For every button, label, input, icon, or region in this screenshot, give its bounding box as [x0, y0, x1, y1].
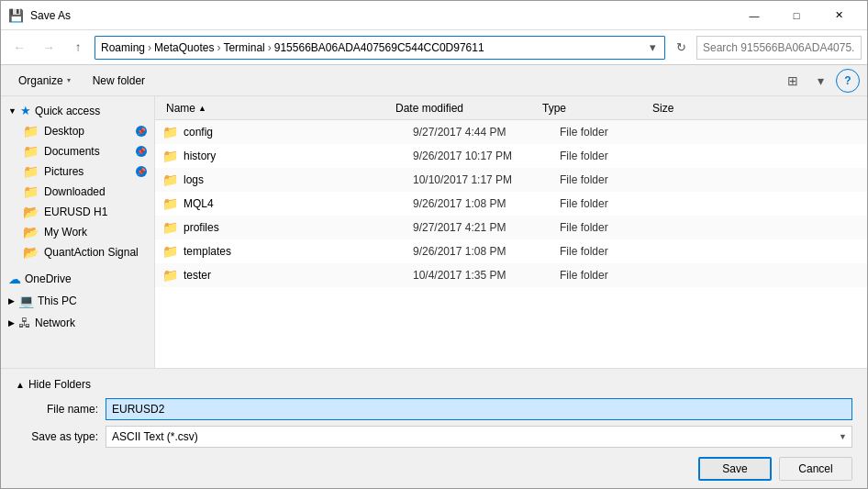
sidebar-section-quick-access[interactable]: ▼ ★ Quick access — [1, 100, 154, 121]
sidebar-item-eurusd-h1[interactable]: 📂 EURUSD H1 — [1, 202, 154, 222]
hide-folders-label: Hide Folders — [28, 378, 91, 391]
savetype-row: Save as type: ASCII Text (*.csv) — [16, 426, 852, 448]
window-title: Save As — [30, 9, 733, 22]
organize-label: Organize — [18, 74, 63, 87]
file-type: File folder — [560, 269, 670, 282]
column-header-type[interactable]: Type — [539, 96, 649, 119]
sidebar-network-label: Network — [35, 317, 75, 329]
file-name: history — [184, 150, 413, 162]
window-controls: — □ ✕ — [733, 1, 860, 30]
file-type: File folder — [560, 126, 670, 139]
sidebar-item-label: Pictures — [44, 165, 83, 178]
sidebar-thispc-label: This PC — [38, 295, 77, 307]
pin-badge: 📌 — [136, 166, 147, 177]
table-row[interactable]: 📁 MQL4 9/26/2017 1:08 PM File folder — [155, 192, 867, 216]
organize-button[interactable]: Organize ▾ — [8, 69, 81, 93]
table-row[interactable]: 📁 logs 10/10/2017 1:17 PM File folder — [155, 168, 867, 192]
file-type: File folder — [560, 197, 670, 210]
file-name: config — [184, 126, 413, 139]
bottom-panel: ▲ Hide Folders File name: Save as type: … — [1, 368, 867, 488]
breadcrumb-item-metaquotes: MetaQuotes — [154, 41, 214, 54]
table-row[interactable]: 📁 profiles 9/27/2017 4:21 PM File folder — [155, 216, 867, 239]
refresh-button[interactable]: ↻ — [669, 36, 693, 60]
view-toggle-button[interactable]: ⊞ — [781, 69, 805, 93]
savetype-label: Save as type: — [16, 430, 98, 443]
back-button[interactable]: ← — [6, 36, 32, 60]
onedrive-icon: ☁ — [8, 272, 21, 286]
sidebar-item-documents[interactable]: 📁 Documents 📌 — [1, 141, 154, 161]
file-date: 10/4/2017 1:35 PM — [413, 269, 560, 282]
hide-folders-button[interactable]: ▲ Hide Folders — [16, 376, 852, 393]
up-button[interactable]: ↑ — [65, 36, 91, 60]
sort-arrow-icon: ▲ — [198, 104, 206, 113]
maximize-button[interactable]: □ — [775, 1, 818, 30]
sidebar-item-downloaded[interactable]: 📁 Downloaded — [1, 182, 154, 202]
new-folder-button[interactable]: New folder — [83, 69, 155, 93]
view-dropdown-button[interactable]: ▾ — [808, 69, 832, 93]
file-name: logs — [184, 173, 413, 186]
file-list-header: Name ▲ Date modified Type Size — [155, 96, 867, 120]
file-date: 9/26/2017 10:17 PM — [413, 150, 560, 162]
folder-icon: 📂 — [23, 245, 39, 260]
title-bar: 💾 Save As — □ ✕ — [1, 1, 867, 30]
bottom-buttons: Save Cancel — [16, 453, 852, 481]
folder-icon: 📁 — [23, 144, 39, 159]
table-row[interactable]: 📁 templates 9/26/2017 1:08 PM File folde… — [155, 239, 867, 263]
breadcrumb-dropdown-button[interactable]: ▾ — [647, 40, 659, 54]
sidebar-item-desktop[interactable]: 📁 Desktop 📌 — [1, 121, 154, 141]
column-type-label: Type — [542, 102, 566, 115]
file-list: Name ▲ Date modified Type Size 📁 config … — [155, 96, 867, 368]
sidebar-item-my-work[interactable]: 📂 My Work — [1, 222, 154, 242]
star-icon: ★ — [20, 104, 31, 117]
save-button[interactable]: Save — [698, 457, 772, 481]
sidebar-item-this-pc[interactable]: ▶ 💻 This PC — [1, 290, 154, 312]
folder-icon: 📁 — [162, 149, 178, 163]
file-date: 9/26/2017 1:08 PM — [413, 197, 560, 210]
forward-button[interactable]: → — [36, 36, 61, 60]
folder-icon: 📂 — [23, 205, 39, 219]
breadcrumb[interactable]: Roaming › MetaQuotes › Terminal › 915566… — [95, 36, 665, 60]
pin-badge: 📌 — [136, 126, 147, 137]
table-row[interactable]: 📁 history 9/26/2017 10:17 PM File folder — [155, 144, 867, 168]
up-arrow-icon: ▲ — [16, 380, 25, 390]
file-type: File folder — [560, 245, 670, 258]
close-button[interactable]: ✕ — [818, 1, 860, 30]
file-name: tester — [184, 269, 413, 282]
column-header-size[interactable]: Size — [649, 96, 722, 119]
filename-label: File name: — [16, 403, 98, 416]
column-date-label: Date modified — [395, 102, 463, 115]
file-date: 9/27/2017 4:44 PM — [413, 126, 560, 139]
minimize-button[interactable]: — — [733, 1, 775, 30]
search-input[interactable] — [696, 36, 862, 60]
folder-icon: 📁 — [162, 172, 178, 187]
sidebar-item-onedrive[interactable]: ☁ OneDrive — [1, 268, 154, 290]
help-button[interactable]: ? — [836, 69, 860, 93]
sidebar-item-label: Downloaded — [44, 185, 106, 198]
pin-badge: 📌 — [136, 146, 147, 157]
savetype-select-wrapper: ASCII Text (*.csv) — [106, 426, 852, 448]
folder-icon: 📁 — [162, 244, 178, 259]
sidebar-item-network[interactable]: ▶ 🖧 Network — [1, 312, 154, 334]
sidebar-item-label: QuantAction Signal — [44, 246, 139, 259]
file-type: File folder — [560, 173, 670, 186]
table-row[interactable]: 📁 config 9/27/2017 4:44 PM File folder — [155, 120, 867, 144]
filename-input[interactable] — [106, 398, 852, 420]
savetype-select[interactable]: ASCII Text (*.csv) — [106, 426, 852, 448]
main-content: ▼ ★ Quick access 📁 Desktop 📌 📁 Documents… — [1, 96, 867, 368]
column-header-date[interactable]: Date modified — [392, 96, 539, 119]
column-header-name[interactable]: Name ▲ — [162, 96, 392, 119]
folder-icon: 📁 — [162, 125, 178, 139]
toolbar: Organize ▾ New folder ⊞ ▾ ? — [1, 65, 867, 96]
folder-icon: 📁 — [162, 196, 178, 211]
cancel-button[interactable]: Cancel — [779, 457, 852, 481]
sidebar-item-pictures[interactable]: 📁 Pictures 📌 — [1, 161, 154, 182]
folder-icon: 📁 — [162, 220, 178, 235]
quick-access-label: Quick access — [35, 105, 100, 117]
window-icon: 💾 — [8, 8, 23, 23]
file-date: 9/26/2017 1:08 PM — [413, 245, 560, 258]
table-row[interactable]: 📁 tester 10/4/2017 1:35 PM File folder — [155, 263, 867, 287]
sidebar-item-quantaction[interactable]: 📂 QuantAction Signal — [1, 242, 154, 262]
chevron-network-icon: ▶ — [8, 318, 15, 328]
folder-icon: 📂 — [23, 225, 39, 239]
toolbar-right: ⊞ ▾ ? — [781, 69, 860, 93]
